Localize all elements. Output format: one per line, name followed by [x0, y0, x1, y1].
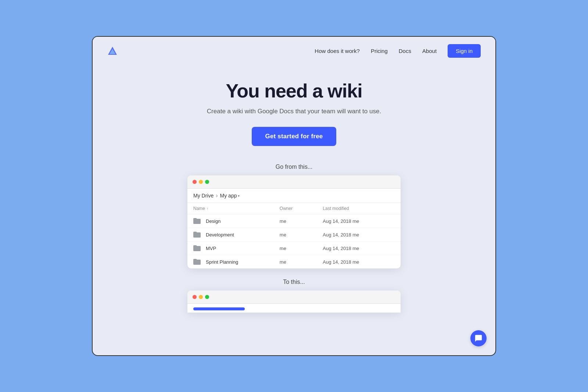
nav-link-docs[interactable]: Docs	[399, 48, 411, 54]
section2-label: To this...	[93, 279, 495, 285]
sort-arrow-icon: ↑	[207, 207, 208, 211]
folder-icon	[193, 259, 201, 265]
browser-window: How does it work? Pricing Docs About Sig…	[92, 36, 496, 356]
logo-icon	[107, 46, 118, 56]
row-owner: me	[280, 218, 323, 224]
row-modified: Aug 14, 2018 me	[323, 232, 395, 238]
table-header: Name ↑ Owner Last modified	[187, 203, 401, 214]
table-row[interactable]: MVP me Aug 14, 2018 me	[187, 242, 401, 255]
row-owner: me	[280, 246, 323, 251]
navbar: How does it work? Pricing Docs About Sig…	[93, 37, 495, 65]
breadcrumb-mydrive[interactable]: My Drive	[193, 193, 214, 199]
traffic-light-red2	[193, 295, 197, 299]
traffic-light-yellow	[199, 180, 203, 184]
nav-link-how-it-works[interactable]: How does it work?	[315, 48, 360, 54]
folder-icon	[193, 218, 201, 224]
traffic-light-yellow2	[199, 295, 203, 299]
signin-button[interactable]: Sign in	[448, 44, 481, 58]
row-name-text: MVP	[206, 246, 216, 251]
row-name-text: Sprint Planning	[206, 259, 238, 265]
chevron-down-icon: ▾	[238, 194, 240, 198]
row-owner: me	[280, 259, 323, 265]
col-name-header: Name	[193, 206, 205, 211]
table-row[interactable]: Development me Aug 14, 2018 me	[187, 228, 401, 242]
traffic-light-red	[193, 180, 197, 184]
col-owner-header: Owner	[280, 206, 323, 211]
hero-title: You need a wiki	[226, 80, 362, 102]
row-modified: Aug 14, 2018 me	[323, 246, 395, 251]
traffic-light-green	[205, 180, 209, 184]
folder-icon	[193, 232, 201, 238]
nav-link-pricing[interactable]: Pricing	[371, 48, 388, 54]
breadcrumb-separator: ›	[216, 192, 218, 199]
row-owner: me	[280, 232, 323, 238]
traffic-light-green2	[205, 295, 209, 299]
second-mockup-content	[187, 304, 401, 313]
table-row[interactable]: Sprint Planning me Aug 14, 2018 me	[187, 255, 401, 268]
blue-bar	[193, 307, 245, 310]
section1-label: Go from this...	[93, 164, 495, 170]
get-started-button[interactable]: Get started for free	[252, 127, 336, 146]
breadcrumb-myapp[interactable]: My app ▾	[220, 193, 240, 199]
table-rows-container: Design me Aug 14, 2018 me Development me…	[187, 214, 401, 268]
logo-area	[107, 46, 118, 56]
chat-button[interactable]	[470, 330, 487, 346]
mockup-titlebar	[187, 175, 401, 189]
table-row[interactable]: Design me Aug 14, 2018 me	[187, 214, 401, 228]
nav-link-about[interactable]: About	[422, 48, 437, 54]
hero-subtitle: Create a wiki with Google Docs that your…	[207, 108, 381, 115]
nav-links: How does it work? Pricing Docs About Sig…	[315, 44, 481, 58]
second-mockup	[187, 291, 401, 313]
breadcrumb-bar: My Drive › My app ▾	[187, 189, 401, 203]
row-name-text: Design	[206, 218, 220, 224]
col-modified-header: Last modified	[323, 206, 395, 211]
row-modified: Aug 14, 2018 me	[323, 218, 395, 224]
folder-icon	[193, 245, 201, 251]
chat-icon	[474, 334, 483, 342]
row-name-text: Development	[206, 232, 234, 238]
hero-section: You need a wiki Create a wiki with Googl…	[93, 65, 495, 153]
second-mockup-titlebar	[187, 291, 401, 304]
drive-mockup: My Drive › My app ▾ Name ↑ Owner Last mo…	[187, 175, 401, 268]
row-modified: Aug 14, 2018 me	[323, 259, 395, 265]
